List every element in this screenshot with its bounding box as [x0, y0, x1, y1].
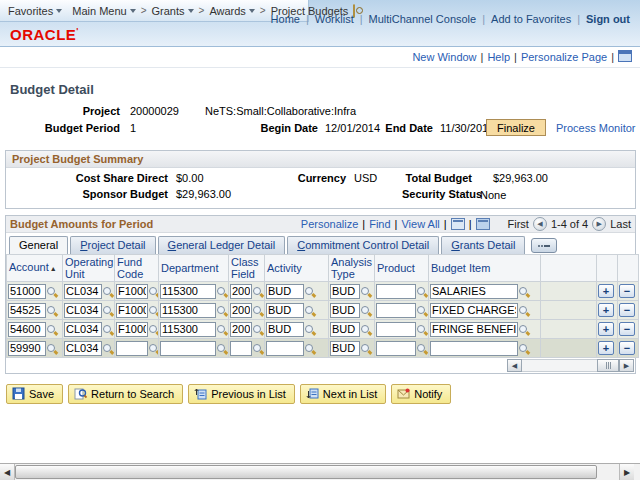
popout-grid-icon[interactable] [476, 218, 490, 230]
lookup-icon[interactable] [417, 305, 428, 316]
scroll-left-icon[interactable]: ◀ [507, 359, 522, 372]
column-header-product[interactable]: Product [377, 262, 415, 274]
breadcrumb-grants[interactable]: Grants [152, 5, 194, 17]
delete-row-button[interactable]: − [619, 284, 635, 298]
column-header-class-field[interactable]: Class Field [231, 256, 259, 280]
lookup-icon[interactable] [417, 324, 428, 335]
scrollbar-track[interactable] [597, 464, 619, 480]
scroll-right-icon[interactable]: ▶ [619, 464, 634, 480]
lookup-icon[interactable] [253, 305, 264, 316]
delete-row-button[interactable]: − [619, 303, 635, 317]
lookup-icon[interactable] [519, 343, 530, 354]
scrollbar-thumb[interactable] [597, 359, 619, 372]
operating-unit-input[interactable] [64, 284, 102, 299]
column-header-analysis-type[interactable]: Analysis Type [331, 256, 372, 280]
lookup-icon[interactable] [305, 286, 316, 297]
class-field-input[interactable] [230, 322, 252, 337]
column-header-fund-code[interactable]: Fund Code [117, 256, 143, 280]
account-input[interactable] [8, 303, 46, 318]
lookup-icon[interactable] [217, 324, 228, 335]
operating-unit-input[interactable] [64, 341, 102, 356]
tab-grants-detail[interactable]: Grants Detail [441, 236, 525, 254]
lookup-icon[interactable] [149, 343, 159, 354]
fund-code-input[interactable] [116, 303, 148, 318]
lookup-icon[interactable] [305, 324, 316, 335]
save-button[interactable]: Save [6, 384, 63, 404]
department-input[interactable] [160, 341, 216, 356]
delete-row-button[interactable]: − [619, 341, 635, 355]
lookup-icon[interactable] [217, 343, 228, 354]
lookup-icon[interactable] [253, 343, 264, 354]
personalize-link[interactable]: Personalize [301, 218, 358, 230]
lookup-icon[interactable] [305, 305, 316, 316]
lookup-icon[interactable] [519, 286, 530, 297]
personalize-page-link[interactable]: Personalize Page [521, 51, 607, 63]
lookup-icon[interactable] [519, 305, 530, 316]
add-row-button[interactable]: + [598, 322, 614, 336]
next-page-icon[interactable]: ▶ [592, 217, 606, 231]
main-menu[interactable]: Main Menu [72, 5, 135, 17]
lookup-icon[interactable] [47, 286, 58, 297]
operating-unit-input[interactable] [64, 303, 102, 318]
lookup-icon[interactable] [103, 305, 114, 316]
analysis-type-input[interactable] [330, 284, 360, 299]
product-input[interactable] [376, 322, 416, 337]
return-to-search-button[interactable]: Return to Search [68, 384, 183, 404]
lookup-icon[interactable] [47, 305, 58, 316]
column-header-account[interactable]: Account▲ [9, 261, 57, 273]
delete-row-button[interactable]: − [619, 322, 635, 336]
tab-general-ledger-detail[interactable]: General Ledger Detail [158, 236, 286, 254]
lookup-icon[interactable] [47, 343, 58, 354]
department-input[interactable] [160, 322, 216, 337]
column-header-activity[interactable]: Activity [267, 262, 302, 274]
fund-code-input[interactable] [116, 341, 148, 356]
budget-item-input[interactable] [430, 284, 518, 299]
analysis-type-input[interactable] [330, 322, 360, 337]
tab-commitment-control-detail[interactable]: Commitment Control Detail [287, 236, 439, 254]
sign-out-link[interactable]: Sign out [586, 13, 630, 25]
activity-input[interactable] [266, 284, 304, 299]
class-field-input[interactable] [230, 341, 252, 356]
account-input[interactable] [8, 322, 46, 337]
lookup-icon[interactable] [149, 286, 159, 297]
lookup-icon[interactable] [217, 286, 228, 297]
lookup-icon[interactable] [361, 286, 372, 297]
lookup-icon[interactable] [417, 286, 428, 297]
lookup-icon[interactable] [253, 324, 264, 335]
analysis-type-input[interactable] [330, 303, 360, 318]
budget-item-input[interactable] [430, 303, 518, 318]
account-input[interactable] [8, 341, 46, 356]
home-link[interactable]: Home [271, 13, 300, 25]
favorites-menu[interactable]: Favorites [8, 5, 62, 17]
operating-unit-input[interactable] [64, 322, 102, 337]
add-to-favorites-link[interactable]: Add to Favorites [491, 13, 571, 25]
department-input[interactable] [160, 284, 216, 299]
class-field-input[interactable] [230, 303, 252, 318]
breadcrumb-awards[interactable]: Awards [209, 5, 254, 17]
new-window-link[interactable]: New Window [412, 51, 476, 63]
account-input[interactable] [8, 284, 46, 299]
product-input[interactable] [376, 284, 416, 299]
lookup-icon[interactable] [103, 286, 114, 297]
previous-page-icon[interactable]: ◀ [533, 217, 547, 231]
scrollbar-thumb[interactable] [15, 465, 597, 479]
lookup-icon[interactable] [217, 305, 228, 316]
column-header-budget-item[interactable]: Budget Item [431, 262, 490, 274]
lookup-icon[interactable] [103, 324, 114, 335]
page-properties-icon[interactable] [618, 50, 632, 62]
budget-item-input[interactable] [430, 341, 518, 356]
product-input[interactable] [376, 303, 416, 318]
activity-input[interactable] [266, 341, 304, 356]
lookup-icon[interactable] [149, 305, 159, 316]
activity-input[interactable] [266, 303, 304, 318]
process-monitor-link[interactable]: Process Monitor [556, 122, 635, 134]
scroll-right-icon[interactable]: ▶ [619, 359, 634, 372]
download-icon[interactable] [451, 218, 465, 230]
multichannel-console-link[interactable]: MultiChannel Console [369, 13, 477, 25]
lookup-icon[interactable] [103, 343, 114, 354]
view-all-link[interactable]: View All [401, 218, 439, 230]
analysis-type-input[interactable] [330, 341, 360, 356]
lookup-icon[interactable] [417, 343, 428, 354]
fund-code-input[interactable] [116, 284, 148, 299]
add-row-button[interactable]: + [598, 341, 614, 355]
